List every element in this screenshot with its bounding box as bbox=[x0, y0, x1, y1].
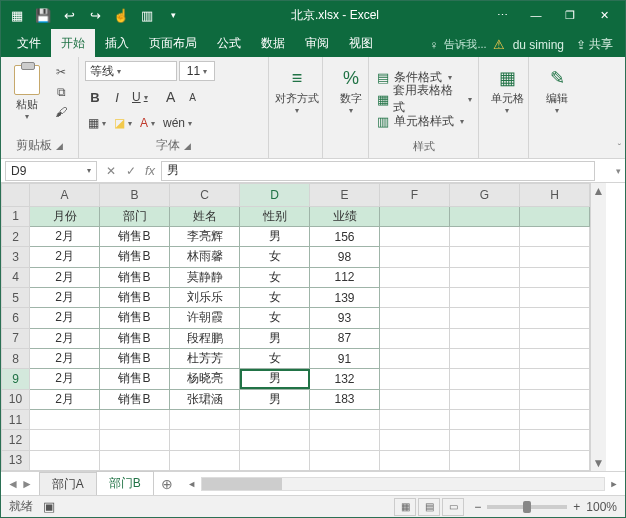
cell-E9[interactable]: 132 bbox=[310, 369, 380, 389]
sheet-tab-b[interactable]: 部门B bbox=[96, 471, 154, 497]
cell-B4[interactable]: 销售B bbox=[100, 267, 170, 287]
pagebreak-view-icon[interactable]: ▭ bbox=[442, 498, 464, 516]
formula-bar[interactable]: 男 bbox=[161, 161, 595, 181]
qat-dropdown-icon[interactable]: ▾ bbox=[161, 3, 185, 27]
cell-H4[interactable] bbox=[520, 267, 590, 287]
cancel-formula-icon[interactable]: ✕ bbox=[103, 164, 119, 178]
cell-G5[interactable] bbox=[450, 287, 520, 307]
cell-E10[interactable]: 183 bbox=[310, 389, 380, 409]
fx-icon[interactable]: fx bbox=[145, 163, 155, 178]
col-header-H[interactable]: H bbox=[520, 184, 590, 207]
border-button[interactable]: ▦▾ bbox=[85, 113, 109, 133]
undo-icon[interactable]: ↩ bbox=[57, 3, 81, 27]
cell-H3[interactable] bbox=[520, 247, 590, 267]
pagelayout-view-icon[interactable]: ▤ bbox=[418, 498, 440, 516]
cell-H10[interactable] bbox=[520, 389, 590, 409]
ribbon-options-icon[interactable]: ⋯ bbox=[485, 1, 519, 29]
scroll-right-icon[interactable]: ► bbox=[607, 479, 621, 489]
cell-C5[interactable]: 刘乐乐 bbox=[170, 287, 240, 307]
font-size-combo[interactable]: 11▾ bbox=[179, 61, 215, 81]
row-header-12[interactable]: 12 bbox=[2, 430, 30, 450]
underline-button[interactable]: U▾ bbox=[129, 87, 151, 107]
row-header-5[interactable]: 5 bbox=[2, 287, 30, 307]
cell-G12[interactable] bbox=[450, 430, 520, 450]
scroll-down-icon[interactable]: ▼ bbox=[591, 455, 606, 471]
cell-E8[interactable]: 91 bbox=[310, 348, 380, 368]
new-sheet-icon[interactable]: ⊕ bbox=[153, 476, 181, 492]
cell-E5[interactable]: 139 bbox=[310, 287, 380, 307]
col-header-C[interactable]: C bbox=[170, 184, 240, 207]
cell-H5[interactable] bbox=[520, 287, 590, 307]
cell-G4[interactable] bbox=[450, 267, 520, 287]
cell-B9[interactable]: 销售B bbox=[100, 369, 170, 389]
cell-H6[interactable] bbox=[520, 308, 590, 328]
zoom-in-button[interactable]: + bbox=[573, 500, 580, 514]
font-name-combo[interactable]: 等线▾ bbox=[85, 61, 177, 81]
cell-D5[interactable]: 女 bbox=[240, 287, 310, 307]
select-all-corner[interactable] bbox=[2, 184, 30, 207]
format-painter-icon[interactable]: 🖌 bbox=[51, 103, 71, 121]
row-header-8[interactable]: 8 bbox=[2, 348, 30, 368]
tab-home[interactable]: 开始 bbox=[51, 29, 95, 57]
col-header-E[interactable]: E bbox=[310, 184, 380, 207]
cell-E12[interactable] bbox=[310, 430, 380, 450]
save-icon[interactable]: 💾 bbox=[31, 3, 55, 27]
paste-button[interactable]: 粘贴 ▾ bbox=[7, 61, 47, 135]
cell-G8[interactable] bbox=[450, 348, 520, 368]
row-header-10[interactable]: 10 bbox=[2, 389, 30, 409]
col-header-G[interactable]: G bbox=[450, 184, 520, 207]
user-name[interactable]: du siming bbox=[513, 38, 564, 52]
collapse-ribbon-icon[interactable]: ˇ bbox=[618, 143, 621, 154]
cell-B12[interactable] bbox=[100, 430, 170, 450]
tab-insert[interactable]: 插入 bbox=[95, 29, 139, 57]
cell-D4[interactable]: 女 bbox=[240, 267, 310, 287]
col-header-B[interactable]: B bbox=[100, 184, 170, 207]
cell-A11[interactable] bbox=[30, 409, 100, 429]
normal-view-icon[interactable]: ▦ bbox=[394, 498, 416, 516]
bold-button[interactable]: B bbox=[85, 87, 105, 107]
maximize-icon[interactable]: ❐ bbox=[553, 1, 587, 29]
alignment-button[interactable]: ≡ 对齐方式 ▾ bbox=[275, 61, 319, 121]
cell-D10[interactable]: 男 bbox=[240, 389, 310, 409]
minimize-icon[interactable]: — bbox=[519, 1, 553, 29]
cell-F10[interactable] bbox=[380, 389, 450, 409]
cell-B11[interactable] bbox=[100, 409, 170, 429]
cell-C9[interactable]: 杨晓亮 bbox=[170, 369, 240, 389]
sheet-tab-a[interactable]: 部门A bbox=[39, 472, 97, 496]
cell-A3[interactable]: 2月 bbox=[30, 247, 100, 267]
cell-D8[interactable]: 女 bbox=[240, 348, 310, 368]
row-header-2[interactable]: 2 bbox=[2, 226, 30, 246]
cell-A2[interactable]: 2月 bbox=[30, 226, 100, 246]
cell-G1[interactable] bbox=[450, 206, 520, 226]
row-header-11[interactable]: 11 bbox=[2, 409, 30, 429]
cell-D7[interactable]: 男 bbox=[240, 328, 310, 348]
tellme-input[interactable]: 告诉我... bbox=[444, 37, 486, 52]
cell-H13[interactable] bbox=[520, 450, 590, 470]
cell-F3[interactable] bbox=[380, 247, 450, 267]
clipboard-launcher-icon[interactable]: ◢ bbox=[52, 141, 63, 151]
scroll-up-icon[interactable]: ▲ bbox=[591, 183, 606, 199]
grow-font-button[interactable]: A bbox=[161, 87, 181, 107]
cell-G13[interactable] bbox=[450, 450, 520, 470]
cell-C2[interactable]: 李亮辉 bbox=[170, 226, 240, 246]
row-header-13[interactable]: 13 bbox=[2, 450, 30, 470]
cell-H8[interactable] bbox=[520, 348, 590, 368]
row-header-6[interactable]: 6 bbox=[2, 308, 30, 328]
cell-G2[interactable] bbox=[450, 226, 520, 246]
cell-E11[interactable] bbox=[310, 409, 380, 429]
cell-F4[interactable] bbox=[380, 267, 450, 287]
cell-E7[interactable]: 87 bbox=[310, 328, 380, 348]
fill-color-button[interactable]: ◪▾ bbox=[111, 113, 135, 133]
horizontal-scrollbar[interactable]: ◄ ► bbox=[185, 477, 621, 491]
share-button[interactable]: ⇪共享 bbox=[570, 32, 619, 57]
cell-C11[interactable] bbox=[170, 409, 240, 429]
cell-C1[interactable]: 姓名 bbox=[170, 206, 240, 226]
cell-H1[interactable] bbox=[520, 206, 590, 226]
row-header-9[interactable]: 9 bbox=[2, 369, 30, 389]
cell-A1[interactable]: 月份 bbox=[30, 206, 100, 226]
cell-F7[interactable] bbox=[380, 328, 450, 348]
cell-F8[interactable] bbox=[380, 348, 450, 368]
cell-B3[interactable]: 销售B bbox=[100, 247, 170, 267]
cell-F2[interactable] bbox=[380, 226, 450, 246]
cell-D13[interactable] bbox=[240, 450, 310, 470]
